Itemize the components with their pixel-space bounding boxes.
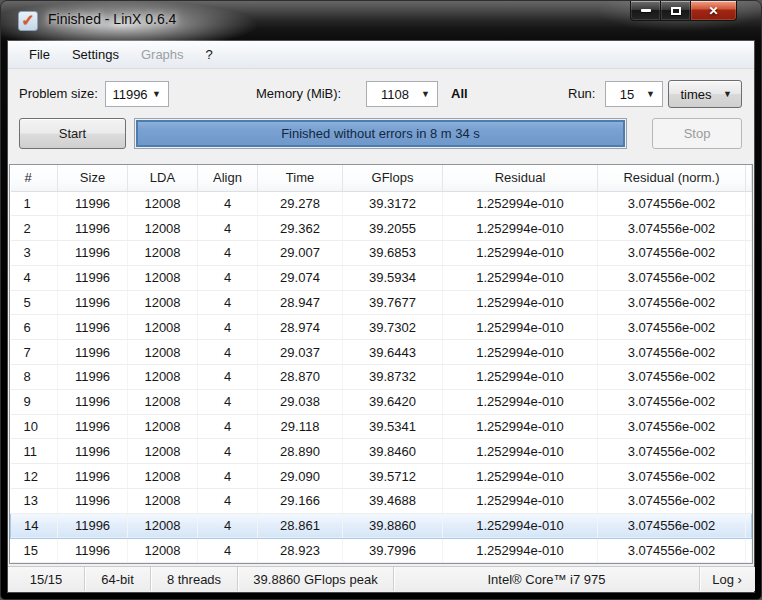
cell: 3.074556e-002 [598, 489, 746, 514]
cell: 11996 [58, 365, 128, 390]
cell: 28.890 [258, 439, 343, 464]
cell: 4 [198, 340, 258, 365]
cell: 28.870 [258, 365, 343, 390]
cell: 39.7302 [343, 315, 443, 340]
cell-filler [746, 513, 752, 538]
column-header-align[interactable]: Align [198, 165, 258, 191]
table-row[interactable]: 51199612008428.94739.76771.252994e-0103.… [11, 290, 752, 315]
results-table[interactable]: #SizeLDAAlignTimeGFlopsResidualResidual … [9, 164, 753, 564]
status-threads: 8 threads [151, 567, 238, 591]
cell: 39.6443 [343, 340, 443, 365]
menu-file[interactable]: File [20, 44, 59, 65]
table-row[interactable]: 11199612008429.27839.31721.252994e-0103.… [11, 191, 752, 216]
all-label: All [451, 86, 468, 101]
status-cpu-name: Intel® Core™ i7 975 [394, 567, 700, 591]
cell: 3.074556e-002 [598, 513, 746, 538]
cell: 29.037 [258, 340, 343, 365]
cell: 4 [198, 315, 258, 340]
cell: 39.2055 [343, 216, 443, 241]
table-row[interactable]: 31199612008429.00739.68531.252994e-0103.… [11, 241, 752, 266]
client-area: File Settings Graphs ? Problem size: 119… [8, 41, 754, 592]
cell: 12008 [128, 464, 198, 489]
close-button[interactable]: ✕ [690, 1, 737, 21]
column-header-[interactable]: # [11, 165, 58, 191]
run-unit-combo[interactable]: times ▼ [668, 80, 742, 108]
cell: 29.166 [258, 489, 343, 514]
chevron-down-icon: ▼ [723, 89, 741, 99]
cell: 4 [198, 489, 258, 514]
table-row[interactable]: 151199612008428.92339.79961.252994e-0103… [11, 538, 752, 563]
table-row[interactable]: 131199612008429.16639.46881.252994e-0103… [11, 489, 752, 514]
check-icon: ✓ [21, 13, 34, 29]
cell: 4 [198, 191, 258, 216]
table-row[interactable]: 91199612008429.03839.64201.252994e-0103.… [11, 389, 752, 414]
cell: 15 [11, 538, 58, 563]
cell-filler [746, 538, 752, 563]
cell: 1.252994e-010 [443, 340, 598, 365]
cell: 10 [11, 414, 58, 439]
table-row[interactable]: 21199612008429.36239.20551.252994e-0103.… [11, 216, 752, 241]
column-header-residual[interactable]: Residual [443, 165, 598, 191]
table-row[interactable]: 111199612008428.89039.84601.252994e-0103… [11, 439, 752, 464]
column-header-filler [746, 165, 752, 191]
cell: 12008 [128, 315, 198, 340]
menu-help[interactable]: ? [197, 44, 222, 65]
cell: 3.074556e-002 [598, 191, 746, 216]
problem-size-combo[interactable]: 11996 ▼ [105, 81, 169, 107]
cell: 12008 [128, 365, 198, 390]
cell: 39.5341 [343, 414, 443, 439]
menu-settings[interactable]: Settings [63, 44, 128, 65]
memory-combo[interactable]: 1108 ▼ [366, 81, 438, 107]
cell: 28.923 [258, 538, 343, 563]
start-button[interactable]: Start [19, 118, 126, 149]
run-count-combo[interactable]: 15 ▼ [605, 81, 663, 107]
table-row[interactable]: 101199612008429.11839.53411.252994e-0103… [11, 414, 752, 439]
cell-filler [746, 389, 752, 414]
run-label: Run: [568, 86, 595, 101]
cell: 4 [198, 290, 258, 315]
cell: 5 [11, 290, 58, 315]
run-count-value: 15 [606, 87, 646, 102]
column-header-lda[interactable]: LDA [128, 165, 198, 191]
cell: 1.252994e-010 [443, 191, 598, 216]
minimize-button[interactable] [630, 1, 661, 21]
cell-filler [746, 489, 752, 514]
chevron-down-icon: ▼ [421, 89, 437, 99]
column-header-size[interactable]: Size [58, 165, 128, 191]
cell: 11996 [58, 340, 128, 365]
titlebar[interactable]: ✓ Finished - LinX 0.6.4 ✕ [1, 1, 761, 41]
menu-graphs: Graphs [132, 44, 193, 65]
cell: 11996 [58, 241, 128, 266]
cell: 3.074556e-002 [598, 538, 746, 563]
table-row[interactable]: 71199612008429.03739.64431.252994e-0103.… [11, 340, 752, 365]
table-row[interactable]: 141199612008428.86139.88601.252994e-0103… [11, 513, 752, 538]
cell: 1.252994e-010 [443, 241, 598, 266]
cell: 9 [11, 389, 58, 414]
cell: 4 [198, 265, 258, 290]
cell: 4 [198, 216, 258, 241]
maximize-button[interactable] [661, 1, 690, 21]
table-row[interactable]: 121199612008429.09039.57121.252994e-0103… [11, 464, 752, 489]
cell: 12008 [128, 538, 198, 563]
cell: 4 [198, 464, 258, 489]
log-button[interactable]: Log › [700, 567, 754, 591]
cell: 1.252994e-010 [443, 439, 598, 464]
cell: 3.074556e-002 [598, 365, 746, 390]
cell: 11996 [58, 513, 128, 538]
cell: 11996 [58, 315, 128, 340]
progress-bar: Finished without errors in 8 m 34 s [134, 118, 627, 149]
cell-filler [746, 464, 752, 489]
column-header-gflops[interactable]: GFlops [343, 165, 443, 191]
chevron-down-icon: ▼ [646, 89, 662, 99]
table-row[interactable]: 81199612008428.87039.87321.252994e-0103.… [11, 365, 752, 390]
cell: 1.252994e-010 [443, 414, 598, 439]
column-header-time[interactable]: Time [258, 165, 343, 191]
cell: 4 [198, 414, 258, 439]
column-header-residual-norm[interactable]: Residual (norm.) [598, 165, 746, 191]
stop-button: Stop [652, 118, 742, 149]
table-row[interactable]: 41199612008429.07439.59341.252994e-0103.… [11, 265, 752, 290]
cell: 1.252994e-010 [443, 389, 598, 414]
cell: 4 [198, 365, 258, 390]
cell: 12 [11, 464, 58, 489]
table-row[interactable]: 61199612008428.97439.73021.252994e-0103.… [11, 315, 752, 340]
